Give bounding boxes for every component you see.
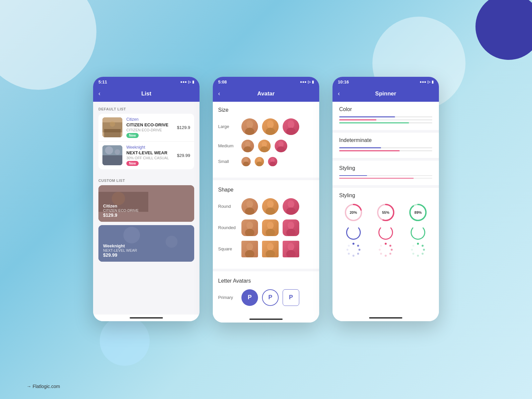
wifi-icon: ▷ [188,80,191,84]
home-indicator-1 [93,315,200,321]
battery-icon: ▮ [192,80,194,84]
avatar-row-rounded: Rounded [218,219,314,236]
ring-spinner-green [404,225,432,240]
avatar-images-round [241,198,299,215]
svg-point-18 [246,121,253,128]
color-title: Color [339,106,432,112]
dot-spinner-blue [339,242,367,257]
custom-item-info-2: Weeknight NEXT-LEVEL WEAR $29.99 [103,243,137,258]
progress-track-red [339,119,432,120]
progress-row-green [339,122,432,123]
ring-spinner-grid [339,225,432,240]
ind-track-red [339,150,432,151]
svg-point-54 [286,250,296,257]
svg-point-46 [266,229,275,236]
avatar-label-round: Round [218,204,241,209]
avatar-small-3 [268,157,277,166]
avatar-large-2 [262,118,279,135]
style-fill-red [339,178,414,179]
list-item[interactable]: Weeknight NEXT-LEVEL WEAR 30% OFF CHILL … [98,142,194,169]
avatar-size-section: Size Large [213,102,319,176]
status-bar-2: 5:08 ●●● ▷ ▮ [213,77,319,87]
svg-point-28 [260,146,268,152]
spin-ring-red [378,225,393,240]
back-button-2[interactable]: ‹ [218,90,220,97]
status-time-3: 10:16 [338,79,349,84]
avatar-shape-section: Shape Round [213,182,319,267]
avatar-label-rounded: Rounded [218,225,241,230]
styling-section-2: Styling 20% [332,188,439,264]
letter-avatar-box: P [283,289,299,306]
avatar-medium-3 [275,140,287,152]
svg-point-39 [267,200,274,208]
avatar-row-letter: Primary P P P [218,289,314,306]
avatar-rounded-2 [262,219,279,236]
shape-title: Shape [218,187,314,193]
custom-item-info-1: Citizen CITIZEN ECO-DRIVE $129.9 [103,203,139,218]
avatar-row-small: Small [218,157,314,166]
avatar-images-medium [241,140,287,152]
dot-spinner-green [404,242,432,257]
custom-subtitle-2: NEXT-LEVEL WEAR [103,248,137,252]
home-indicator-3 [332,315,439,321]
avatar-medium-1 [241,140,254,152]
svg-point-36 [270,162,276,166]
style-fill-blue [339,175,367,176]
status-time-1: 5:11 [98,79,107,84]
style-row-red [339,178,432,179]
signal-icon: ●●● [180,80,187,84]
color-section: Color [332,102,439,133]
home-bar-2 [249,319,283,320]
avatar-round-3 [283,198,299,215]
svg-point-48 [286,229,296,236]
ind-row-red [339,150,432,151]
list-price-1: $129.9 [177,125,190,130]
svg-point-2 [110,121,115,127]
svg-point-23 [286,128,296,135]
avatar-images-large [241,118,299,135]
dot-spinner-red [371,242,400,257]
ind-track-blue [339,147,432,148]
list-badge-2: New [126,161,139,166]
svg-point-37 [246,200,253,208]
avatar-small-1 [241,157,251,166]
battery-icon-2: ▮ [312,80,314,84]
wifi-icon-3: ▷ [428,80,430,84]
ind-row-blue [339,147,432,148]
avatar-rounded-3 [283,219,299,236]
avatar-medium-2 [258,140,271,152]
svg-point-72 [389,253,391,255]
svg-rect-7 [102,155,122,165]
avatar-divider-1 [213,178,319,180]
svg-point-62 [357,245,359,247]
avatar-images-small [241,157,277,166]
custom-brand-1: Citizen [103,203,139,208]
indeterminate-section: Indeterminate [332,133,439,161]
avatar-rounded-1 [241,219,258,236]
progress-row-red [339,119,432,120]
avatar-row-round: Round [218,198,314,215]
back-button-1[interactable]: ‹ [98,90,100,97]
circular-label-55: 55% [382,210,389,214]
back-button-3[interactable]: ‹ [338,90,340,97]
list-item[interactable]: Citizen CITIZEN ECO-DRIVE CITIZEN ECO-DR… [98,114,194,142]
svg-point-20 [266,128,275,135]
avatar-square-1 [241,241,258,257]
avatar-label-large: Large [218,124,241,129]
svg-point-52 [266,250,275,257]
bg-decoration-4 [100,316,150,366]
signal-icon-3: ●●● [420,80,426,84]
custom-list-item-1[interactable]: Citizen CITIZEN ECO-DRIVE $129.9 [98,185,194,222]
wifi-icon-2: ▷ [308,80,311,84]
spin-ring-green [411,225,425,240]
phones-container: 5:11 ●●● ▷ ▮ ‹ List DEFAULT LIST [93,77,439,323]
letter-avatar-filled: P [241,289,258,306]
custom-list-item-2[interactable]: Weeknight NEXT-LEVEL WEAR $29.99 [98,225,194,262]
footer-link-text[interactable]: Flatlogic.com [33,384,60,389]
status-icons-1: ●●● ▷ ▮ [180,80,194,84]
svg-point-79 [423,249,425,251]
page-title-2: Avatar [257,90,275,97]
svg-point-68 [348,245,350,247]
footer: → Flatlogic.com [27,384,60,389]
svg-point-43 [246,222,253,229]
